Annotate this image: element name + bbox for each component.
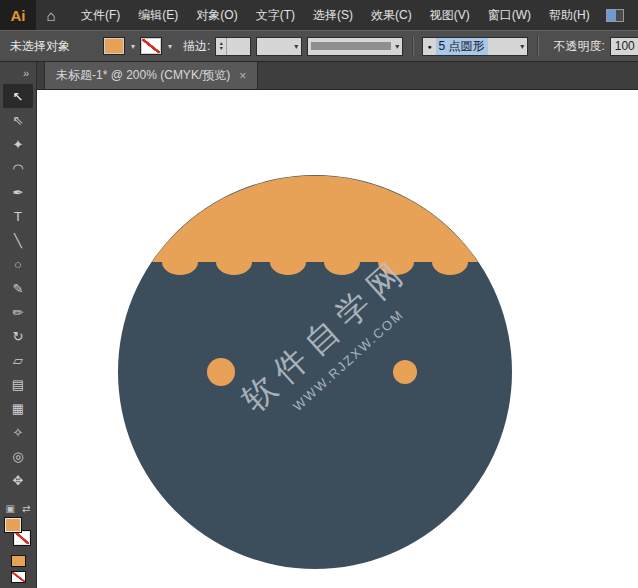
selection-status: 未选择对象: [10, 38, 98, 55]
illustrator-window: Ai ⌂ 文件(F)编辑(E)对象(O)文字(T)选择(S)效果(C)视图(V)…: [0, 0, 638, 588]
mesh-tool[interactable]: ▦: [3, 396, 33, 420]
menu-item[interactable]: 选择(S): [304, 0, 362, 30]
width-profile-combo[interactable]: ▾: [307, 37, 403, 56]
chevron-down-icon[interactable]: ▾: [168, 42, 172, 51]
document-area: 未标题-1* @ 200% (CMYK/预览) × 软件自学网 WWW.RJZX…: [37, 62, 638, 588]
toolbar-bottom: ▣ ⇄: [3, 503, 33, 588]
menu-item[interactable]: 文字(T): [247, 0, 304, 30]
color-mini-button[interactable]: [11, 555, 26, 567]
brush-name: 5 点圆形: [436, 38, 488, 55]
chevron-down-icon: ▾: [520, 42, 524, 51]
width-profile-preview: [311, 42, 391, 50]
opacity-label: 不透明度:: [553, 38, 604, 55]
document-tab-bar: 未标题-1* @ 200% (CMYK/预览) ×: [37, 62, 638, 90]
ellipse-tool[interactable]: ○: [3, 252, 33, 276]
menu-items: 文件(F)编辑(E)对象(O)文字(T)选择(S)效果(C)视图(V)窗口(W)…: [72, 0, 599, 30]
fill-indicator[interactable]: [4, 517, 22, 533]
brush-definition-combo[interactable]: ● 5 点圆形 ▾: [422, 37, 528, 56]
stroke-swatch[interactable]: [140, 37, 162, 55]
app-logo[interactable]: Ai: [0, 0, 36, 30]
menu-item[interactable]: 文件(F): [72, 0, 129, 30]
menu-item[interactable]: 视图(V): [421, 0, 479, 30]
lasso-tool[interactable]: ◠: [3, 156, 33, 180]
right-eye-circle[interactable]: [393, 360, 417, 384]
line-segment-tool[interactable]: ╲: [3, 228, 33, 252]
separator: [537, 36, 538, 56]
tool-list: ↖⇖✦◠✒T╲○✎✏↻▱▤▦✧◎✥: [3, 84, 33, 492]
canvas[interactable]: 软件自学网 WWW.RJZXW.COM: [37, 90, 638, 588]
document-tab-label: 未标题-1* @ 200% (CMYK/预览): [56, 67, 230, 84]
spinner-icon[interactable]: ▴▾: [216, 38, 227, 55]
left-eye-circle[interactable]: [207, 358, 235, 386]
scale-tool[interactable]: ▱: [3, 348, 33, 372]
chevron-down-icon[interactable]: ▾: [131, 42, 135, 51]
menu-item[interactable]: 帮助(H): [540, 0, 599, 30]
menu-item[interactable]: 窗口(W): [479, 0, 540, 30]
direct-selection-tool[interactable]: ⇖: [3, 108, 33, 132]
collapse-panel-icon[interactable]: »: [0, 62, 36, 84]
stroke-weight-label: 描边:: [183, 38, 210, 55]
menu-item[interactable]: 对象(O): [187, 0, 246, 30]
stroke-weight-combo[interactable]: ▾: [256, 37, 302, 56]
none-mini-button[interactable]: [11, 571, 26, 583]
tools-panel: » ↖⇖✦◠✒T╲○✎✏↻▱▤▦✧◎✥ ▣ ⇄: [0, 62, 37, 588]
selection-tool[interactable]: ↖: [3, 84, 33, 108]
menu-bar: Ai ⌂ 文件(F)编辑(E)对象(O)文字(T)选择(S)效果(C)视图(V)…: [0, 0, 638, 30]
stroke-weight-stepper[interactable]: ▴▾: [215, 37, 251, 56]
menu-item[interactable]: 效果(C): [362, 0, 421, 30]
fill-swatch[interactable]: [103, 37, 125, 55]
hair-shape[interactable]: [152, 176, 478, 275]
paintbrush-tool[interactable]: ✎: [3, 276, 33, 300]
chevron-down-icon: ▾: [294, 42, 298, 51]
rotate-tool[interactable]: ↻: [3, 324, 33, 348]
zoom-tool[interactable]: ◎: [3, 444, 33, 468]
default-swatches-icon[interactable]: ▣: [6, 503, 15, 514]
pencil-tool[interactable]: ✏: [3, 300, 33, 324]
magic-wand-tool[interactable]: ✦: [3, 132, 33, 156]
swap-fill-stroke-icon[interactable]: ⇄: [22, 503, 30, 514]
control-bar: 未选择对象 ▾ ▾ 描边: ▴▾ ▾ ▾ ● 5 点圆形 ▾ 不透明度: 100: [0, 30, 638, 62]
swatch-controls: ▣ ⇄: [6, 503, 31, 514]
separator: [412, 36, 413, 56]
pen-tool[interactable]: ✒: [3, 180, 33, 204]
type-tool[interactable]: T: [3, 204, 33, 228]
document-tab[interactable]: 未标题-1* @ 200% (CMYK/预览) ×: [44, 62, 258, 89]
hand-tool[interactable]: ✥: [3, 468, 33, 492]
fill-stroke-indicator: [3, 517, 33, 550]
home-icon[interactable]: ⌂: [36, 7, 66, 24]
chevron-down-icon: ▾: [395, 42, 399, 51]
gradient-tool[interactable]: ▤: [3, 372, 33, 396]
menu-item[interactable]: 编辑(E): [129, 0, 187, 30]
brush-dot-icon: ●: [427, 43, 431, 50]
artwork: [37, 90, 638, 588]
eyedropper-tool[interactable]: ✧: [3, 420, 33, 444]
spinner-down-icon[interactable]: ▾: [220, 46, 223, 51]
opacity-value[interactable]: 100: [610, 37, 638, 56]
workspace-switcher-icon[interactable]: [606, 9, 624, 22]
close-tab-icon[interactable]: ×: [239, 69, 246, 83]
content-area: » ↖⇖✦◠✒T╲○✎✏↻▱▤▦✧◎✥ ▣ ⇄ 未标题-1* @ 200% (C…: [0, 62, 638, 588]
